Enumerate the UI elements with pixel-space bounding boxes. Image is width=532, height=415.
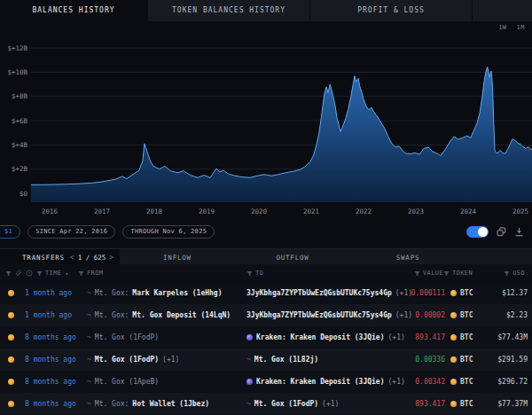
entity-label[interactable]: Kraken: Kraken Deposit (3JQie) xyxy=(256,333,385,341)
entity-label[interactable]: Mt. Gox (1L82j) xyxy=(254,356,318,364)
table-row[interactable]: 8 months ago~Mt. Gox:Hot Wallet (1Jbez)~… xyxy=(0,393,532,415)
usd-amount: $77.37M xyxy=(497,393,528,415)
range-1w-button[interactable]: 1W xyxy=(498,24,506,31)
token-symbol: BTC xyxy=(460,304,473,326)
toggle-switch[interactable] xyxy=(466,226,489,238)
transfer-value: 893.417 xyxy=(415,393,445,415)
paperclip-icon[interactable] xyxy=(15,264,22,282)
bitcoin-chain-icon xyxy=(8,356,14,363)
table-row[interactable]: 1 month ago~Mt. Gox:Mark Karpeles (1eHhg… xyxy=(0,282,532,304)
column-header-time[interactable]: TIME▾ xyxy=(36,264,68,282)
usd-filter-chip[interactable]: USD ≥ $1 xyxy=(0,225,20,239)
page-prev-button[interactable]: < xyxy=(70,254,74,262)
download-icon[interactable] xyxy=(514,227,524,237)
from-cell: ~Mt. Gox (1FodP)(+1) xyxy=(87,348,183,371)
address-prefix: ~ xyxy=(246,356,251,364)
address-prefix: ~ xyxy=(87,311,91,319)
tab-profit-and-loss[interactable]: PROFIT & LOSS xyxy=(310,0,473,21)
sort-caret-icon: ▾ xyxy=(65,270,68,277)
transfer-time-link[interactable]: 1 month ago xyxy=(25,282,72,304)
filter-chips-row: USD ≥ $1 SINCE Apr 22, 2016 THROUGH Nov … xyxy=(0,223,532,240)
entity-label[interactable]: 3JyKbhga7ZYPTbUwEzQGsbUTUKc75ys4Gp xyxy=(246,289,392,297)
page-next-button[interactable]: > xyxy=(109,254,113,262)
from-cell: ~Mt. Gox:Mt. Gox Deposit (14LqN) xyxy=(87,304,234,326)
table-row[interactable]: 1 month ago~Mt. Gox:Mt. Gox Deposit (14L… xyxy=(0,304,532,326)
token-symbol: BTC xyxy=(460,282,473,304)
transfers-tab-group: TRANSFERS < 1 / 625 > xyxy=(0,249,120,265)
column-header-value[interactable]: VALUE xyxy=(414,264,443,282)
transfer-time-link[interactable]: 1 month ago xyxy=(25,304,72,326)
token-symbol: BTC xyxy=(460,326,473,348)
address-prefix: ~ xyxy=(246,400,251,408)
entity-label[interactable]: (+1) xyxy=(395,289,412,297)
from-cell: ~Mt. Gox (1FodP) xyxy=(87,326,162,348)
column-header-usd[interactable]: USD xyxy=(504,264,525,282)
balance-history-chart[interactable]: $+12B$+10B$+8B$+6B$+4B$+2B$0201620172018… xyxy=(0,37,532,219)
entity-label[interactable]: Mt. Gox (1FodP) xyxy=(95,333,159,341)
filter-funnel-icon[interactable] xyxy=(5,264,12,282)
top-tab-bar: BALANCES HISTORY TOKEN BALANCES HISTORY … xyxy=(0,0,532,21)
to-cell: ~Mt. Gox (1FodP)(+1) xyxy=(246,393,342,415)
tab-bar-filler xyxy=(473,0,532,21)
pagination: < 1 / 625 > xyxy=(70,254,113,262)
token-symbol: BTC xyxy=(460,348,473,371)
x-tick-label: 2018 xyxy=(146,208,163,215)
entity-label[interactable]: 3JyKbhga7ZYPTbUwEzQGsbUTUKc75ys4Gp xyxy=(246,311,392,319)
entity-label[interactable]: (+1) xyxy=(395,311,412,319)
kraken-icon xyxy=(246,379,253,385)
y-tick-label: $+2B xyxy=(12,165,28,173)
tab-token-balances-history[interactable]: TOKEN BALANCES HISTORY xyxy=(148,0,310,21)
entity-label[interactable]: (+1) xyxy=(388,333,405,341)
token-symbol: BTC xyxy=(460,393,473,415)
address-prefix: ~ xyxy=(87,378,91,386)
to-cell: ~Mt. Gox (1L82j) xyxy=(246,348,322,371)
tab-inflow[interactable]: INFLOW xyxy=(120,254,235,262)
clock-icon[interactable] xyxy=(26,264,33,282)
entity-label[interactable]: Mt. Gox Deposit (14LqN) xyxy=(132,311,231,319)
bitcoin-chain-icon xyxy=(8,312,14,318)
transfer-value: 0.00336 xyxy=(415,348,445,371)
tab-outflow[interactable]: OUTFLOW xyxy=(235,254,350,262)
copy-icon[interactable] xyxy=(497,227,506,237)
usd-amount: $296.72 xyxy=(497,371,528,393)
tab-swaps[interactable]: SWAPS xyxy=(350,254,466,262)
x-tick-label: 2022 xyxy=(356,208,372,215)
column-header-to[interactable]: TO xyxy=(246,264,263,282)
since-date-chip[interactable]: SINCE Apr 22, 2016 xyxy=(27,225,115,239)
transfer-time-link[interactable]: 8 months ago xyxy=(25,348,76,371)
chart-range-buttons: 1W 1M xyxy=(498,24,525,31)
table-row[interactable]: 8 months ago~Mt. Gox (1FodP)(+1)~Mt. Gox… xyxy=(0,348,532,371)
entity-label[interactable]: Mt. Gox (1FodP) xyxy=(95,356,159,364)
entity-label[interactable]: Mt. Gox: xyxy=(95,400,129,408)
entity-label[interactable]: Mark Karpeles (1eHhg) xyxy=(132,289,222,297)
tab-transfers[interactable]: TRANSFERS xyxy=(22,254,65,262)
entity-label[interactable]: Hot Wallet (1Jbez) xyxy=(132,400,209,408)
transfer-time-link[interactable]: 8 months ago xyxy=(25,393,76,415)
table-row[interactable]: 8 months ago~Mt. Gox (1ApeB)Kraken: Krak… xyxy=(0,371,532,393)
entity-label[interactable]: (+1) xyxy=(322,400,339,408)
transfer-value: 0.00342 xyxy=(415,371,445,393)
address-prefix: ~ xyxy=(87,356,91,364)
toggle-knob xyxy=(478,227,488,237)
column-header-token[interactable]: TOKEN xyxy=(443,264,473,282)
entity-label[interactable]: Mt. Gox: xyxy=(95,311,129,319)
entity-label[interactable]: Mt. Gox (1FodP) xyxy=(254,400,318,408)
entity-label[interactable]: Kraken: Kraken Deposit (3JQie) xyxy=(256,378,385,386)
transfer-time-link[interactable]: 8 months ago xyxy=(25,326,76,348)
entity-label[interactable]: (+1) xyxy=(388,378,405,386)
entity-label[interactable]: Mt. Gox (1ApeB) xyxy=(95,378,159,386)
transfer-value: 0.00002 xyxy=(415,304,445,326)
table-row[interactable]: 8 months ago~Mt. Gox (1FodP)Kraken: Krak… xyxy=(0,326,532,348)
entity-label[interactable]: Mt. Gox: xyxy=(95,289,129,297)
entity-label[interactable]: (+1) xyxy=(162,356,179,364)
usd-amount: $77.43M xyxy=(497,326,528,348)
transfer-time-link[interactable]: 8 months ago xyxy=(25,371,76,393)
kraken-icon xyxy=(246,334,253,341)
btc-token-icon xyxy=(450,379,457,385)
column-header-from[interactable]: FROM xyxy=(78,264,103,282)
through-date-chip[interactable]: THROUGH Nov 6, 2025 xyxy=(122,225,215,239)
range-1m-button[interactable]: 1M xyxy=(517,24,525,31)
tab-balances-history[interactable]: BALANCES HISTORY xyxy=(0,0,148,21)
balance-area xyxy=(31,67,532,202)
from-cell: ~Mt. Gox:Hot Wallet (1Jbez) xyxy=(87,393,213,415)
